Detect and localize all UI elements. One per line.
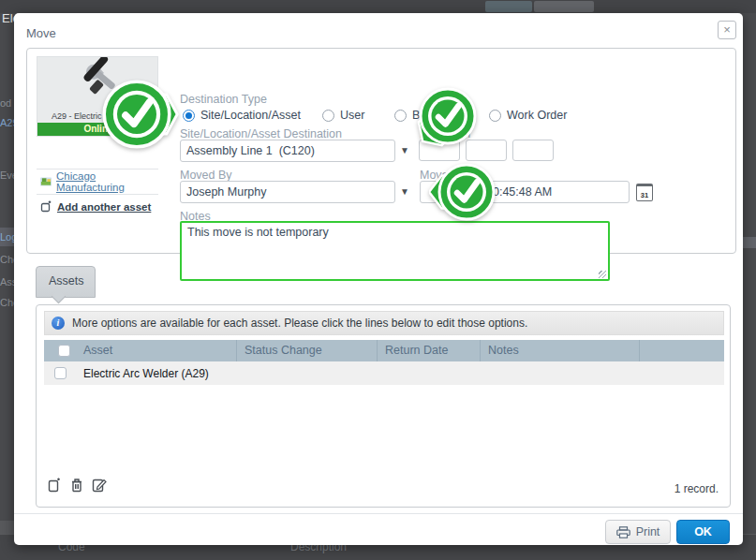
record-count: 1 record. bbox=[674, 482, 719, 495]
asset-thumbnail-card: A29 - Electric Arc Welder Online bbox=[37, 56, 158, 137]
dialog-footer: Print OK bbox=[14, 513, 743, 545]
close-icon[interactable]: × bbox=[718, 21, 736, 39]
row-input[interactable] bbox=[419, 140, 460, 161]
add-another-asset-link[interactable]: Add another asset bbox=[57, 201, 151, 213]
select-all-checkbox[interactable] bbox=[58, 345, 70, 357]
assets-table-header: Asset Status Change Return Date Notes bbox=[44, 340, 724, 361]
info-icon: i bbox=[52, 317, 65, 330]
backdrop-text: od bbox=[0, 97, 11, 109]
site-link[interactable]: Chicago Manufacturing bbox=[56, 170, 158, 193]
status-badge: Online bbox=[37, 123, 158, 136]
wrench-image bbox=[37, 57, 158, 109]
delete-icon[interactable] bbox=[70, 478, 83, 493]
row-checkbox[interactable] bbox=[54, 367, 67, 379]
column-header-return-date[interactable]: Return Date bbox=[378, 340, 481, 361]
site-map-icon bbox=[40, 176, 52, 187]
move-date-label: Move Date bbox=[420, 169, 476, 182]
destination-label: Site/Location/Asset Destination bbox=[180, 127, 342, 140]
dialog-title: Move bbox=[26, 26, 56, 40]
move-dialog: Move × A29 - Electric Arc Welder Online bbox=[14, 13, 743, 545]
calendar-icon[interactable]: 31 bbox=[636, 184, 653, 201]
backdrop-button bbox=[485, 1, 532, 12]
radio-label-work-order[interactable]: Work Order bbox=[507, 109, 567, 122]
add-row-icon[interactable] bbox=[48, 478, 62, 493]
backdrop-button bbox=[534, 1, 594, 12]
tab-assets[interactable]: Assets bbox=[36, 266, 96, 298]
column-header-empty bbox=[640, 340, 724, 361]
backdrop-row-highlight bbox=[743, 237, 756, 248]
moved-by-label: Moved By bbox=[180, 169, 232, 182]
radio-user[interactable] bbox=[322, 110, 334, 122]
screen: Ele od A29 Eve Log Che Ass Che Code Desc… bbox=[0, 0, 756, 560]
row-input-2[interactable] bbox=[466, 140, 507, 161]
destination-input[interactable] bbox=[180, 140, 395, 162]
grid-toolbar bbox=[48, 478, 107, 493]
chevron-down-icon[interactable]: ▼ bbox=[400, 186, 409, 197]
asset-name-label: A29 - Electric Arc Welder bbox=[37, 111, 158, 121]
radio-b-option[interactable] bbox=[394, 110, 407, 122]
radio-label-site-location-asset[interactable]: Site/Location/Asset bbox=[200, 109, 301, 122]
move-form-box: A29 - Electric Arc Welder Online Chicago… bbox=[26, 48, 736, 254]
column-header-notes[interactable]: Notes bbox=[481, 340, 640, 361]
row-bin-label: Row - Bin bbox=[420, 127, 470, 140]
table-row[interactable]: Electric Arc Welder (A29) bbox=[44, 361, 724, 385]
printer-icon bbox=[616, 526, 630, 538]
destination-type-label: Destination Type bbox=[180, 93, 267, 106]
radio-label-b-option[interactable]: B bbox=[412, 109, 420, 122]
add-asset-row: Add another asset bbox=[37, 194, 158, 218]
moved-by-input[interactable] bbox=[180, 181, 395, 203]
edit-icon[interactable] bbox=[92, 478, 107, 493]
assets-panel: i More options are available for each as… bbox=[36, 304, 731, 508]
radio-site-location-asset[interactable] bbox=[183, 110, 195, 122]
ok-button[interactable]: OK bbox=[676, 520, 730, 544]
backdrop-top-strip bbox=[0, 0, 756, 13]
print-button[interactable]: Print bbox=[605, 520, 671, 544]
cell-asset: Electric Arc Welder (A29) bbox=[76, 367, 237, 380]
print-button-label: Print bbox=[636, 525, 660, 538]
add-asset-icon bbox=[40, 200, 52, 213]
radio-label-user[interactable]: User bbox=[340, 109, 364, 122]
radio-work-order[interactable] bbox=[489, 110, 501, 122]
site-row: Chicago Manufacturing bbox=[37, 169, 158, 193]
column-header-asset[interactable]: Asset bbox=[76, 340, 237, 361]
move-date-input[interactable] bbox=[420, 181, 630, 203]
chevron-down-icon[interactable]: ▼ bbox=[400, 145, 409, 155]
bin-input[interactable] bbox=[512, 140, 554, 161]
column-header-status-change[interactable]: Status Change bbox=[237, 340, 378, 361]
info-message: More options are available for each asse… bbox=[72, 317, 527, 330]
notes-textarea[interactable]: This move is not temporary bbox=[180, 221, 610, 281]
info-bar: i More options are available for each as… bbox=[44, 311, 724, 335]
